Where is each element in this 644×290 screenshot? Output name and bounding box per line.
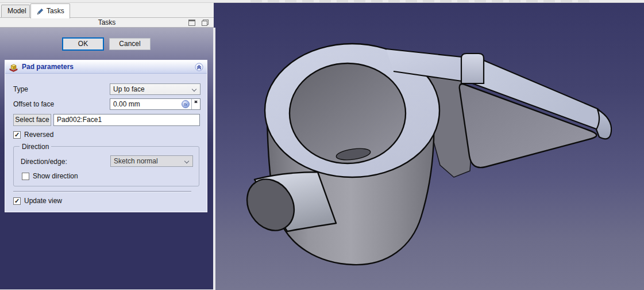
- type-combobox[interactable]: Up to face: [110, 83, 200, 95]
- cancel-button[interactable]: Cancel: [109, 38, 151, 50]
- pad-parameters-header[interactable]: Pad parameters: [5, 60, 207, 74]
- show-direction-checkbox[interactable]: [22, 173, 29, 180]
- direction-group-title: Direction: [20, 143, 51, 151]
- direction-groupbox: Direction Direction/edge: Sketch normal …: [13, 146, 199, 186]
- float-panel-icon[interactable]: [202, 20, 209, 26]
- tab-tasks-label: Tasks: [47, 5, 64, 18]
- part-arm-end-face[interactable]: [596, 109, 611, 139]
- direction-edge-combobox[interactable]: Sketch normal: [110, 155, 193, 167]
- face-reference-field[interactable]: Pad002:Face1: [53, 114, 200, 126]
- show-direction-checkbox-row: Show direction: [22, 172, 78, 180]
- show-direction-label: Show direction: [33, 172, 78, 180]
- combo-view-panel: Model Tasks Tasks OK Cancel Pad pa: [0, 3, 214, 290]
- type-combobox-value: Up to face: [113, 85, 145, 93]
- part-model[interactable]: [214, 3, 644, 290]
- offset-spinbox[interactable]: 0.00 mm fx: [110, 98, 200, 110]
- 3d-viewport[interactable]: [214, 3, 644, 290]
- tasks-panel-title: Tasks: [98, 18, 116, 26]
- offset-label: Offset to face: [13, 100, 54, 108]
- pad-parameters-box: Pad parameters Type Up to face Offset to…: [5, 60, 207, 212]
- offset-value: 0.00 mm: [113, 100, 140, 108]
- chevron-double-up-icon[interactable]: [195, 63, 203, 71]
- tasks-panel-titlebar: Tasks: [0, 18, 214, 28]
- pen-icon: [36, 7, 44, 16]
- pad-parameters-content: Type Up to face Offset to face 0.00 mm f…: [5, 74, 207, 212]
- spin-down-icon: [194, 101, 198, 103]
- update-view-label: Update view: [24, 197, 62, 205]
- update-view-checkbox[interactable]: ✓: [13, 197, 21, 205]
- tab-tasks[interactable]: Tasks: [30, 3, 70, 18]
- combo-view-tabbar: Model Tasks: [0, 3, 214, 18]
- pad-icon: [9, 62, 18, 72]
- ok-button[interactable]: OK: [62, 37, 104, 51]
- tasks-panel-body: OK Cancel Pad parameters Type: [0, 28, 214, 289]
- reversed-checkbox-row: ✓ Reversed: [13, 131, 53, 139]
- chevron-down-icon: [192, 87, 196, 91]
- reversed-checkbox[interactable]: ✓: [13, 131, 21, 139]
- pad-parameters-title: Pad parameters: [22, 63, 74, 71]
- spinner: [191, 99, 200, 109]
- part-junction-post[interactable]: [461, 54, 484, 83]
- direction-edge-value: Sketch normal: [114, 157, 158, 165]
- fx-circle-icon[interactable]: fx: [182, 100, 190, 108]
- reversed-label: Reversed: [24, 131, 53, 139]
- dock-panel-icon[interactable]: [188, 20, 195, 26]
- panel-splitter[interactable]: [213, 28, 215, 290]
- select-face-button[interactable]: Select face: [13, 114, 51, 126]
- clipped-toolbar-icons: [247, 0, 592, 2]
- divider: [13, 191, 191, 192]
- update-view-checkbox-row: ✓ Update view: [13, 197, 62, 205]
- type-label: Type: [13, 85, 28, 93]
- freecad-window: { "tabs": { "model": "Model", "tasks": "…: [0, 0, 644, 290]
- chevron-down-icon: [184, 159, 189, 163]
- direction-edge-label: Direction/edge:: [21, 158, 67, 166]
- tab-model[interactable]: Model: [1, 5, 30, 18]
